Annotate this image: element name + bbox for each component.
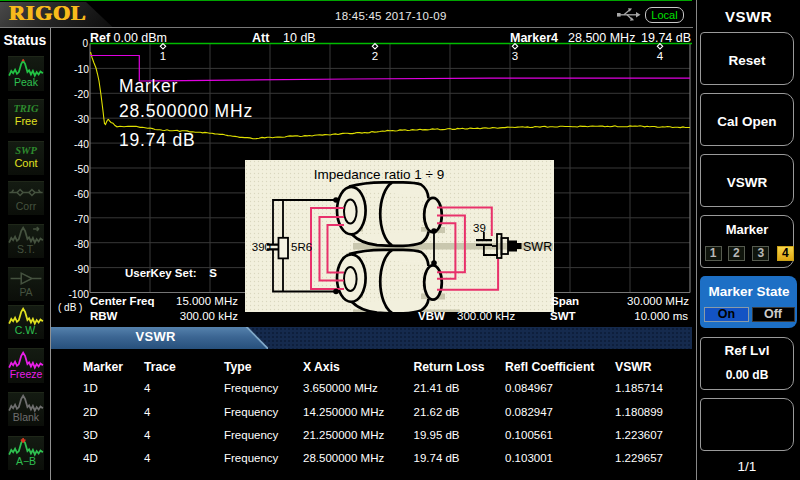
svg-text:SWR: SWR (523, 240, 552, 254)
svg-text:Impedance ratio 1 ÷ 9: Impedance ratio 1 ÷ 9 (314, 167, 445, 182)
svg-text:390: 390 (252, 241, 271, 253)
svg-text:39: 39 (473, 222, 486, 234)
svg-text:4: 4 (657, 50, 664, 62)
svg-text:5R6: 5R6 (291, 241, 312, 253)
svg-text:3: 3 (512, 50, 518, 62)
svg-text:2: 2 (372, 50, 378, 62)
svg-text:1: 1 (160, 50, 166, 62)
